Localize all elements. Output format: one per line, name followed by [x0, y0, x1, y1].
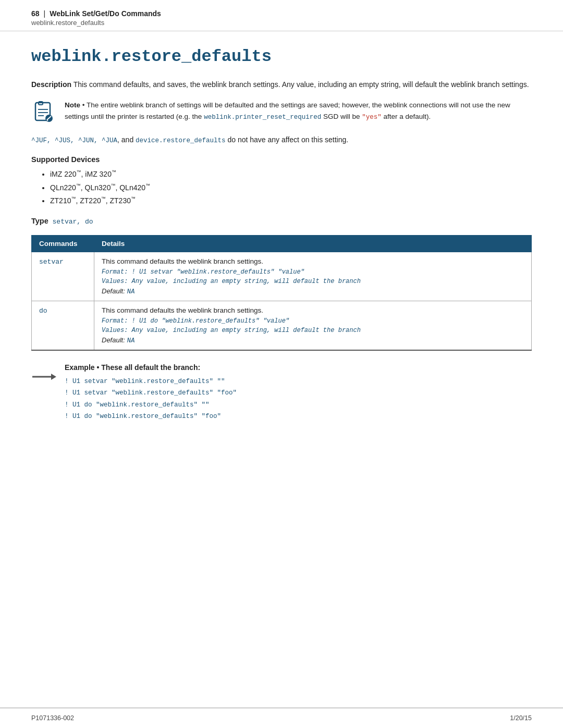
- zap-codes: ^JUF, ^JUS, ^JUN, ^JUA: [31, 137, 117, 144]
- description-text-area: Description This command defaults, and s…: [31, 79, 532, 90]
- table-cell-details: This command defaults the weblink branch…: [94, 301, 532, 350]
- description-block: Description This command defaults, and s…: [31, 79, 532, 90]
- type-value: setvar, do: [53, 218, 93, 226]
- page-number: 68: [31, 9, 40, 18]
- cmd-default-value: NA: [127, 288, 134, 295]
- supported-devices: Supported Devices iMZ 220™, iMZ 320™QLn2…: [31, 155, 532, 207]
- page-wrapper: 68 | WebLink Set/Get/Do Commands weblink…: [0, 0, 563, 728]
- cmd-default-value: NA: [127, 337, 134, 344]
- example-label: Example • These all default the branch:: [65, 363, 532, 372]
- page-header: 68 | WebLink Set/Get/Do Commands weblink…: [0, 0, 563, 31]
- note-text3: after a default).: [382, 113, 431, 120]
- cmd-format: Format: ! U1 do "weblink.restore_default…: [102, 317, 524, 325]
- note-code1: weblink.printer_reset_required: [204, 114, 321, 121]
- example-code-line: ! U1 do "weblink.restore_defaults" "foo": [65, 411, 532, 423]
- table-cell-command: do: [32, 301, 94, 350]
- cmd-values: Values: Any value, including an empty st…: [102, 278, 524, 285]
- table-row: setvar This command defaults the weblink…: [32, 252, 532, 301]
- note-label: Note: [65, 101, 80, 109]
- table-cell-command: setvar: [32, 252, 94, 301]
- supported-devices-list: iMZ 220™, iMZ 320™QLn220™, QLn320™, QLn4…: [31, 168, 532, 207]
- cmd-name: setvar: [39, 258, 64, 266]
- cmd-values: Values: Any value, including an empty st…: [102, 327, 524, 334]
- example-code-line: ! U1 do "weblink.restore_defaults" "": [65, 399, 532, 411]
- svg-marker-9: [51, 374, 56, 380]
- example-code-line: ! U1 setvar "weblink.restore_defaults" "…: [65, 376, 532, 388]
- type-label: Type: [31, 217, 48, 225]
- cmd-name: do: [39, 307, 47, 315]
- description-text: Description This command defaults, and s…: [31, 79, 532, 90]
- supported-device-item: iMZ 220™, iMZ 320™: [50, 168, 532, 181]
- cmd-desc: This command defaults the weblink branch…: [102, 257, 524, 265]
- note-text2: SGD will be: [321, 113, 362, 120]
- example-block: Example • These all default the branch: …: [31, 363, 532, 423]
- zap-code2: device.restore_defaults: [136, 137, 226, 144]
- cmd-desc: This command defaults the weblink branch…: [102, 306, 524, 314]
- arrow-icon: [31, 364, 56, 389]
- note-block: Note • The entire weblink branch of sett…: [31, 100, 532, 125]
- page-footer: P1071336-002 1/20/15: [0, 708, 563, 728]
- zap-text2: do not have any affect on this setting.: [226, 135, 349, 144]
- zap-text1: , and: [117, 135, 136, 144]
- example-bullet: These all default the branch:: [101, 363, 200, 372]
- cmd-default: Default: NA: [102, 336, 524, 344]
- table-row: do This command defaults the weblink bra…: [32, 301, 532, 350]
- example-content: Example • These all default the branch: …: [65, 363, 532, 423]
- cmd-default: Default: NA: [102, 287, 524, 295]
- header-subtitle: weblink.restore_defaults: [31, 19, 532, 27]
- description-body: This command defaults, and saves, the we…: [74, 80, 529, 89]
- note-code2: "yes": [362, 114, 382, 121]
- table-body: setvar This command defaults the weblink…: [32, 252, 532, 350]
- supported-device-item: QLn220™, QLn320™, QLn420™: [50, 181, 532, 194]
- zap-line: ^JUF, ^JUS, ^JUN, ^JUA, and device.resto…: [31, 134, 532, 146]
- header-title: WebLink Set/Get/Do Commands: [50, 9, 161, 18]
- cmd-format: Format: ! U1 setvar "weblink.restore_def…: [102, 268, 524, 276]
- example-code: ! U1 setvar "weblink.restore_defaults" "…: [65, 376, 532, 423]
- note-text: Note • The entire weblink branch of sett…: [65, 100, 532, 125]
- header-divider: |: [44, 9, 46, 18]
- footer-right: 1/20/15: [510, 714, 532, 722]
- main-content: weblink.restore_defaults Description Thi…: [0, 31, 563, 728]
- supported-device-item: ZT210™, ZT220™, ZT230™: [50, 194, 532, 207]
- doc-title: weblink.restore_defaults: [31, 47, 532, 66]
- supported-devices-heading: Supported Devices: [31, 155, 532, 164]
- example-label-bold: Example: [65, 363, 95, 372]
- footer-left: P1071336-002: [31, 714, 74, 722]
- table-header-commands: Commands: [32, 235, 94, 252]
- table-cell-details: This command defaults the weblink branch…: [94, 252, 532, 301]
- table-header-row: Commands Details: [32, 235, 532, 252]
- example-code-line: ! U1 setvar "weblink.restore_defaults" "…: [65, 387, 532, 399]
- type-line: Type setvar, do: [31, 217, 532, 226]
- note-icon: [31, 100, 56, 125]
- table-header-details: Details: [94, 235, 532, 252]
- description-label: Description: [31, 80, 71, 89]
- commands-table: Commands Details setvar This command def…: [31, 235, 532, 351]
